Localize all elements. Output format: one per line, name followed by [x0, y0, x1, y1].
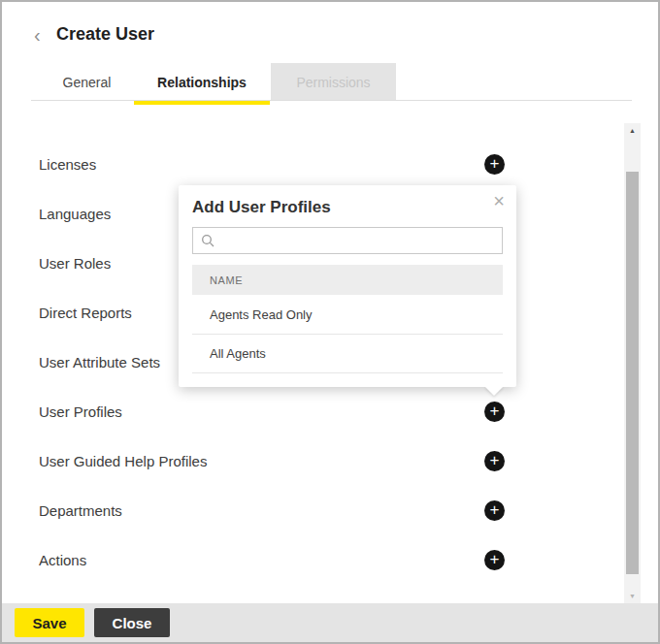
add-departments-icon[interactable]: +	[484, 500, 505, 521]
search-input[interactable]	[220, 234, 494, 248]
section-row-licenses: Licenses +	[39, 140, 505, 188]
section-label: User Profiles	[39, 403, 122, 420]
section-label: User Guided Help Profiles	[39, 453, 207, 469]
popup-title: Add User Profiles	[192, 198, 331, 217]
table-header-name: NAME	[192, 265, 503, 295]
page-title: Create User	[56, 24, 154, 45]
create-user-window: ‹ Create User General Relationships Perm…	[0, 0, 660, 644]
add-user-profiles-popup: Add User Profiles × NAME Agents Read Onl…	[179, 185, 516, 387]
add-user-profiles-icon[interactable]: +	[484, 402, 505, 422]
section-label: Departments	[39, 502, 122, 519]
section-row-user-profiles: User Profiles +	[39, 387, 505, 435]
vertical-scrollbar[interactable]: ▲ ▼	[624, 123, 641, 604]
search-box	[192, 227, 503, 254]
list-item-label: Agents Read Only	[210, 307, 313, 322]
tab-relationships-label: Relationships	[157, 75, 247, 90]
add-actions-icon[interactable]: +	[484, 550, 505, 570]
close-button[interactable]: Close	[94, 608, 170, 637]
close-icon[interactable]: ×	[493, 191, 505, 210]
list-item-all-agents[interactable]: All Agents	[192, 335, 503, 373]
list-item-label: All Agents	[210, 346, 266, 361]
tabs-divider	[31, 100, 632, 101]
scroll-up-icon[interactable]: ▲	[624, 123, 641, 139]
section-row-user-guided-help-profiles: User Guided Help Profiles +	[39, 436, 505, 485]
tab-permissions: Permissions	[271, 63, 396, 101]
section-label: User Attribute Sets	[39, 354, 160, 370]
tab-general[interactable]: General	[41, 63, 133, 101]
save-button[interactable]: Save	[15, 608, 84, 637]
tab-relationships[interactable]: Relationships	[134, 63, 270, 101]
tab-general-label: General	[63, 75, 112, 90]
table-header-label: NAME	[210, 274, 243, 286]
back-icon[interactable]: ‹	[34, 25, 41, 45]
section-row-actions: Actions +	[39, 535, 505, 584]
search-icon	[201, 234, 214, 247]
popup-caret	[484, 386, 504, 396]
section-label: Actions	[39, 552, 86, 568]
list-item-agents-read-only[interactable]: Agents Read Only	[192, 295, 503, 335]
section-label: Direct Reports	[39, 305, 132, 321]
scroll-down-icon[interactable]: ▼	[624, 589, 641, 604]
section-row-departments: Departments +	[39, 486, 505, 534]
section-label: User Roles	[39, 255, 111, 272]
footer-bar: Save Close	[2, 603, 658, 642]
section-label: Licenses	[39, 156, 96, 173]
tab-permissions-label: Permissions	[296, 75, 370, 90]
add-user-guided-help-profiles-icon[interactable]: +	[484, 451, 505, 471]
add-licenses-icon[interactable]: +	[484, 154, 505, 175]
section-label: Languages	[39, 206, 111, 222]
scrollbar-thumb[interactable]	[626, 172, 639, 574]
